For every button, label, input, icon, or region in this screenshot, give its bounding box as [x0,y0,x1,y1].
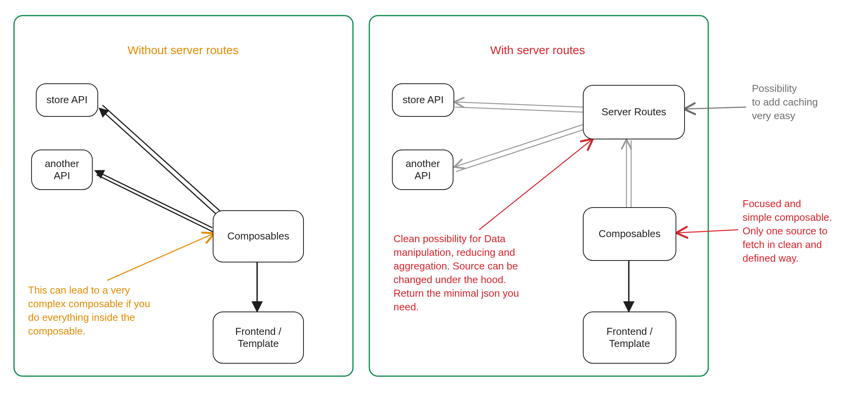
svg-line-4 [455,102,583,107]
node-right-store-api: store API [392,83,454,117]
annotation-left-complex: This can lead to a very complex composab… [28,283,192,338]
annotation-right-clean: Clean possibility for Data manipulation,… [393,232,557,314]
svg-line-5 [455,107,583,112]
svg-line-6 [455,125,583,167]
arrow-right-clean-to-server [479,139,592,230]
node-left-frontend: Frontend / Template [213,312,304,364]
arrow-right-server-to-anotherapi [455,125,584,172]
arrow-right-server-to-storeapi [455,102,583,112]
arrow-left-composables-to-anotherapi [95,171,213,232]
node-right-server-routes: Server Routes [583,85,685,139]
arrow-left-annotation-to-composables [107,234,213,280]
arrow-right-caching-to-server [685,107,746,109]
annotation-right-caching: Possibility to add caching very easy [752,82,861,123]
svg-line-2 [95,171,212,228]
arrow-right-focused-to-composables [677,230,738,233]
node-right-frontend: Frontend / Template [583,312,676,364]
node-right-another-api: another API [392,150,453,190]
svg-line-7 [456,130,584,172]
annotation-right-focused: Focused and simple composable. Only one … [743,197,859,265]
arrow-right-composables-to-server [626,140,631,207]
node-left-store-api: store API [36,83,98,117]
svg-line-1 [102,105,224,215]
svg-line-3 [97,175,213,232]
panel-right-title: With server routes [460,44,616,57]
node-left-another-api: another API [31,150,93,190]
arrow-left-composables-to-storeapi [99,105,224,218]
diagram-canvas: Without server routes With server routes… [0,0,868,396]
svg-line-0 [99,108,221,218]
panel-left-title: Without server routes [105,44,261,57]
node-left-composables: Composables [213,210,304,262]
node-right-composables: Composables [583,207,676,261]
